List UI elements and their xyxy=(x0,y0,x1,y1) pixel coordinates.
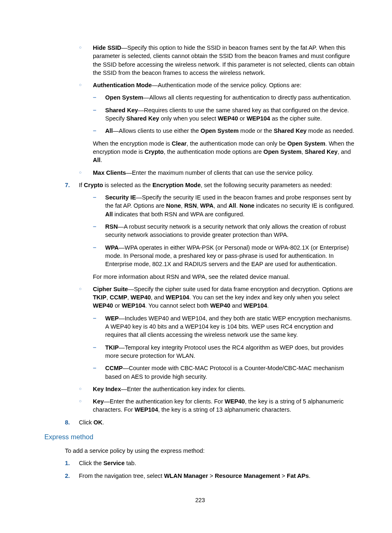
step-7: 7. If Crypto is selected as the Encrypti… xyxy=(65,181,356,189)
label: Cipher Suite xyxy=(93,286,128,292)
text: —Counter mode with CBC-MAC Protocol is a… xyxy=(105,365,344,380)
step-8: 8. Click OK. xyxy=(65,418,356,426)
step-number: 2. xyxy=(65,472,70,480)
step-number: 1. xyxy=(65,459,70,467)
text: —Specify this option to hide the SSID in… xyxy=(93,44,355,76)
t: Click xyxy=(79,419,93,426)
t: > xyxy=(280,473,287,479)
dash-rsn: − RSN—A robust security network is a sec… xyxy=(93,222,356,239)
text: —Authentication mode of the service poli… xyxy=(152,82,301,88)
t: tab. xyxy=(125,460,136,466)
text: —Enter the authentication key index for … xyxy=(121,386,246,392)
b: All xyxy=(93,157,101,163)
b: OK xyxy=(93,419,102,426)
dash-icon: − xyxy=(93,127,96,135)
t: mode or the xyxy=(239,127,274,134)
b: Fat APs xyxy=(287,473,309,479)
label: TKIP xyxy=(105,344,119,351)
t: , set the following security parameters … xyxy=(201,182,332,188)
circle-icon: ○ xyxy=(79,82,82,88)
t: When the encryption mode is xyxy=(93,140,172,147)
dash-icon: − xyxy=(93,243,96,252)
dash-shared-key: − Shared Key—Requires clients to use the… xyxy=(93,106,356,123)
dash-icon: − xyxy=(93,314,96,322)
b: WEP104 xyxy=(244,302,267,309)
heading-express-method: Express method xyxy=(44,432,356,442)
bullet-key: ○ Key—Enter the authentication key for c… xyxy=(79,397,356,414)
dash-ccmp: − CCMP—Counter mode with CBC-MAC Protoco… xyxy=(93,364,356,381)
dash-wpa: − WPA—WPA operates in either WPA-PSK (or… xyxy=(93,243,356,269)
label: Max Clients xyxy=(93,169,126,176)
b: Open System xyxy=(263,148,302,155)
t: . xyxy=(236,202,240,209)
b: WEP104 xyxy=(122,302,145,309)
t: . xyxy=(309,473,311,479)
label: WPA xyxy=(105,244,119,251)
label: All xyxy=(105,127,113,134)
label: Hide SSID xyxy=(93,44,121,51)
t: or xyxy=(238,115,247,122)
label: Key xyxy=(93,398,104,405)
b: WEP104 xyxy=(135,406,158,413)
t: only when you select xyxy=(159,115,218,122)
text: —A robust security network is a security… xyxy=(105,223,346,238)
auth-mode-note: When the encryption mode is Clear, the a… xyxy=(93,139,356,165)
b: Shared Key xyxy=(127,115,159,122)
bullet-key-index: ○ Key Index—Enter the authentication key… xyxy=(79,385,356,393)
label: CCMP xyxy=(105,365,123,371)
t: Click the xyxy=(79,460,104,466)
t: . You cannot select both xyxy=(145,302,210,309)
b: Shared Key xyxy=(274,127,307,134)
t: and xyxy=(231,302,244,309)
dash-icon: − xyxy=(93,193,96,202)
t: , xyxy=(197,202,200,209)
t: > xyxy=(208,473,215,479)
circle-icon: ○ xyxy=(79,398,82,404)
t: —Specify the cipher suite used for data … xyxy=(128,286,353,292)
bullet-max-clients: ○ Max Clients—Enter the maximum number o… xyxy=(79,169,356,177)
label: Open System xyxy=(105,94,143,101)
dash-open-system: − Open System—Allows all clients request… xyxy=(93,93,356,102)
dash-icon: − xyxy=(93,222,96,231)
b: WEP40 xyxy=(218,115,238,122)
b: None xyxy=(166,202,181,209)
text: —Allows all clients requesting for authe… xyxy=(143,94,351,101)
dash-all: − All—Allows clients to use either the O… xyxy=(93,127,356,135)
label: Security IE xyxy=(105,194,136,201)
dash-icon: − xyxy=(93,93,96,102)
b: Service xyxy=(104,460,125,466)
t: is selected as the xyxy=(103,182,152,188)
bullet-auth-mode: ○ Authentication Mode—Authentication mod… xyxy=(79,81,356,89)
b: Crypto xyxy=(145,148,164,155)
b: RSN xyxy=(184,202,197,209)
text: —WPA operates in either WPA-PSK (or Pers… xyxy=(105,244,349,268)
t: , the authentication mode options are xyxy=(164,148,263,155)
t: , and xyxy=(214,202,228,209)
t: . xyxy=(102,419,104,426)
express-intro: To add a service policy by using the exp… xyxy=(65,447,356,455)
t: , and xyxy=(151,294,166,301)
b: WLAN Manager xyxy=(164,473,208,479)
text: —Temporal key integrity Protocol uses th… xyxy=(105,344,344,359)
b: Shared Key xyxy=(305,148,338,155)
t: or xyxy=(113,302,122,309)
t: , xyxy=(127,294,131,301)
t: , the key is a string of 13 alphanumeric… xyxy=(158,406,291,413)
label: Key Index xyxy=(93,386,121,392)
t: , and xyxy=(338,148,351,155)
t: From the navigation tree, select xyxy=(79,473,164,479)
b: WEP104 xyxy=(166,294,189,301)
circle-icon: ○ xyxy=(79,386,82,392)
label: RSN xyxy=(105,223,118,230)
rsn-wpa-note: For more information about RSN and WPA, … xyxy=(93,273,356,281)
express-step-2: 2. From the navigation tree, select WLAN… xyxy=(65,472,356,480)
circle-icon: ○ xyxy=(79,169,82,176)
b: WEP40 xyxy=(225,398,245,405)
b: WPA xyxy=(200,202,214,209)
b: Open System xyxy=(287,140,325,147)
bullet-cipher-suite: ○ Cipher Suite—Specify the cipher suite … xyxy=(79,285,356,310)
t: . You can set the key index and key only… xyxy=(189,294,340,301)
b: WEP104 xyxy=(247,115,270,122)
text: —Enter the maximum number of clients tha… xyxy=(126,169,314,176)
b: All xyxy=(105,211,113,218)
